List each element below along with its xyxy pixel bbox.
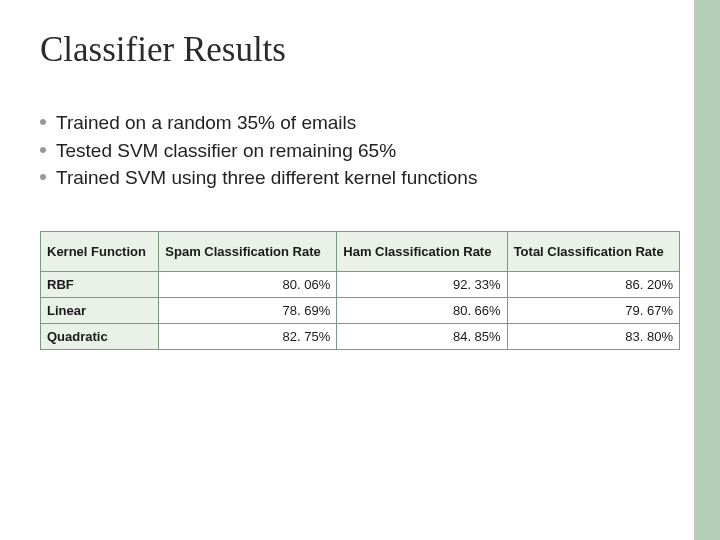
list-item: Trained on a random 35% of emails	[40, 110, 700, 136]
bullet-text: Trained SVM using three different kernel…	[56, 165, 700, 191]
slide: Classifier Results Trained on a random 3…	[0, 0, 720, 540]
list-item: Trained SVM using three different kernel…	[40, 165, 700, 191]
table-header-row: Kernel Function Spam Classification Rate…	[41, 231, 680, 271]
results-table: Kernel Function Spam Classification Rate…	[40, 231, 680, 350]
bullet-icon	[40, 174, 46, 180]
cell-ham: 92. 33%	[337, 271, 507, 297]
bullet-text: Trained on a random 35% of emails	[56, 110, 700, 136]
table-row: Quadratic 82. 75% 84. 85% 83. 80%	[41, 323, 680, 349]
col-header-kernel: Kernel Function	[41, 231, 159, 271]
cell-spam: 82. 75%	[159, 323, 337, 349]
cell-spam: 78. 69%	[159, 297, 337, 323]
table-row: RBF 80. 06% 92. 33% 86. 20%	[41, 271, 680, 297]
accent-bar	[694, 0, 720, 540]
bullet-text: Tested SVM classifier on remaining 65%	[56, 138, 700, 164]
col-header-ham: Ham Classification Rate	[337, 231, 507, 271]
page-title: Classifier Results	[40, 30, 700, 70]
cell-kernel: Linear	[41, 297, 159, 323]
cell-spam: 80. 06%	[159, 271, 337, 297]
cell-kernel: RBF	[41, 271, 159, 297]
bullet-icon	[40, 147, 46, 153]
cell-total: 83. 80%	[507, 323, 679, 349]
cell-ham: 84. 85%	[337, 323, 507, 349]
col-header-total: Total Classification Rate	[507, 231, 679, 271]
cell-total: 79. 67%	[507, 297, 679, 323]
cell-ham: 80. 66%	[337, 297, 507, 323]
table-row: Linear 78. 69% 80. 66% 79. 67%	[41, 297, 680, 323]
list-item: Tested SVM classifier on remaining 65%	[40, 138, 700, 164]
cell-total: 86. 20%	[507, 271, 679, 297]
cell-kernel: Quadratic	[41, 323, 159, 349]
bullet-list: Trained on a random 35% of emails Tested…	[40, 110, 700, 191]
col-header-spam: Spam Classification Rate	[159, 231, 337, 271]
bullet-icon	[40, 119, 46, 125]
